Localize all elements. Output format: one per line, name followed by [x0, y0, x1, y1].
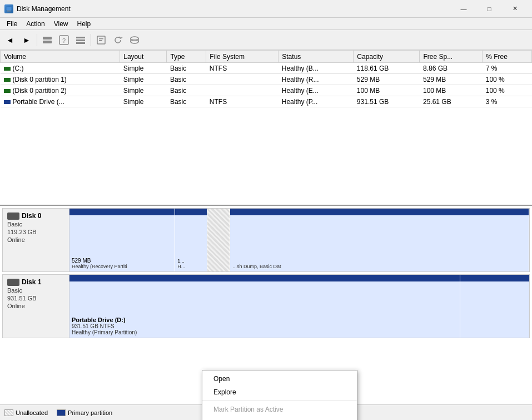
disk-0-unallocated: [207, 209, 230, 271]
col-status[interactable]: Status: [279, 51, 354, 63]
disk-1-name: Disk 1: [7, 278, 64, 286]
menu-help[interactable]: Help: [73, 18, 96, 30]
cell-layout: Simple: [120, 63, 167, 74]
disk-1-partition-2[interactable]: [460, 275, 529, 338]
disk-1-partition-1[interactable]: Portable Drive (D:) 931.51 GB NTFS Healt…: [69, 275, 460, 338]
disk-0-status: Online: [7, 236, 64, 243]
close-button[interactable]: ✕: [502, 0, 528, 18]
cell-volume: (Disk 0 partition 1): [1, 74, 120, 85]
legend-unallocated-label: Unallocated: [16, 409, 48, 416]
menu-file[interactable]: File: [2, 18, 22, 30]
menu-action[interactable]: Action: [22, 18, 49, 30]
context-menu-item[interactable]: Explore: [202, 386, 357, 399]
cell-filesystem: [206, 85, 279, 96]
svg-point-13: [131, 40, 138, 43]
svg-rect-0: [6, 7, 12, 11]
svg-rect-1: [7, 11, 11, 12]
table-row[interactable]: (Disk 0 partition 1) Simple Basic Health…: [1, 74, 532, 85]
context-menu-item[interactable]: Open: [202, 372, 357, 386]
disk-button[interactable]: [127, 32, 142, 48]
context-menu-separator: [202, 401, 357, 401]
window-controls: — □ ✕: [451, 0, 528, 18]
cell-status: Healthy (R...: [279, 74, 354, 85]
disk-0-size: 119.23 GB: [7, 229, 64, 235]
main-content: Volume Layout Type File System Status Ca…: [0, 50, 532, 420]
disk-1-partitions: Portable Drive (D:) 931.51 GB NTFS Healt…: [69, 275, 529, 338]
cell-filesystem: NTFS: [206, 96, 279, 107]
cell-status: Healthy (B...: [279, 63, 354, 74]
cell-pct: 100 %: [483, 74, 532, 85]
menu-bar: File Action View Help: [0, 18, 532, 30]
legend-primary-label: Primary partition: [68, 409, 112, 416]
legend-primary-swatch: [57, 409, 66, 416]
title-bar: Disk Management — □ ✕: [0, 0, 532, 18]
table-row[interactable]: (Disk 0 partition 2) Simple Basic Health…: [1, 85, 532, 96]
disk-0-partition-2[interactable]: 1... H...: [175, 209, 207, 271]
disk-0-partitions: 529 MB Healthy (Recovery Partiti 1... H.…: [69, 209, 529, 271]
cell-volume: Portable Drive (...: [1, 96, 120, 107]
forward-button[interactable]: ►: [19, 32, 34, 48]
col-layout[interactable]: Layout: [120, 51, 167, 63]
disk-view-button[interactable]: [39, 32, 55, 48]
cell-capacity: 100 MB: [354, 85, 420, 96]
disk-1-size: 931.51 GB: [7, 295, 64, 302]
disk-0-partition-1[interactable]: 529 MB Healthy (Recovery Partiti: [69, 209, 175, 271]
toolbar: ◄ ► ?: [0, 30, 532, 50]
cell-free: 25.61 GB: [420, 96, 483, 107]
cell-capacity: 529 MB: [354, 74, 420, 85]
refresh-button[interactable]: [110, 32, 126, 48]
col-type[interactable]: Type: [167, 51, 206, 63]
col-pct[interactable]: % Free: [483, 51, 532, 63]
context-menu-item[interactable]: Change Drive Letter and Paths…: [202, 416, 357, 420]
cell-layout: Simple: [120, 96, 167, 107]
minimize-button[interactable]: —: [451, 0, 476, 18]
cell-filesystem: NTFS: [206, 63, 279, 74]
maximize-button[interactable]: □: [476, 0, 502, 18]
cell-volume: (C:): [1, 63, 120, 74]
disk-area: Disk 0 Basic 119.23 GB Online 529 MB Hea…: [0, 206, 532, 420]
col-volume[interactable]: Volume: [1, 51, 120, 63]
legend-unallocated-swatch: [4, 409, 13, 416]
cell-layout: Simple: [120, 74, 167, 85]
cell-layout: Simple: [120, 85, 167, 96]
cell-type: Basic: [167, 85, 206, 96]
disk-1-row: Disk 1 Basic 931.51 GB Online Portable D…: [2, 274, 530, 338]
disk-1-status: Online: [7, 303, 64, 309]
toolbar-separator-2: [91, 34, 91, 46]
legend-unallocated: Unallocated: [4, 409, 48, 416]
cell-status: Healthy (P...: [279, 96, 354, 107]
col-free[interactable]: Free Sp...: [420, 51, 483, 63]
cell-pct: 3 %: [483, 96, 532, 107]
disk-0-row: Disk 0 Basic 119.23 GB Online 529 MB Hea…: [2, 208, 530, 272]
cell-type: Basic: [167, 96, 206, 107]
cell-filesystem: [206, 74, 279, 85]
svg-rect-10: [99, 38, 103, 39]
disk-0-name: Disk 0: [7, 212, 64, 220]
col-capacity[interactable]: Capacity: [354, 51, 420, 63]
disk-0-partition-3[interactable]: ...sh Dump, Basic Dat: [230, 209, 529, 271]
table-row[interactable]: (C:) Simple Basic NTFS Healthy (B... 118…: [1, 63, 532, 74]
table-area: Volume Layout Type File System Status Ca…: [0, 50, 532, 206]
svg-point-12: [131, 37, 138, 40]
cell-pct: 100 %: [483, 85, 532, 96]
context-menu: OpenExploreMark Partition as ActiveChang…: [202, 370, 357, 420]
col-filesystem[interactable]: File System: [206, 51, 279, 63]
cell-type: Basic: [167, 63, 206, 74]
table-row[interactable]: Portable Drive (... Simple Basic NTFS He…: [1, 96, 532, 107]
properties-button[interactable]: [93, 32, 109, 48]
disk-1-label: Disk 1 Basic 931.51 GB Online: [3, 275, 69, 338]
cell-status: Healthy (E...: [279, 85, 354, 96]
cell-pct: 7 %: [483, 63, 532, 74]
menu-view[interactable]: View: [49, 18, 73, 30]
back-button[interactable]: ◄: [2, 32, 18, 48]
svg-rect-6: [76, 37, 85, 38]
disk-0-label: Disk 0 Basic 119.23 GB Online: [3, 209, 69, 271]
list-view-button[interactable]: [73, 32, 88, 48]
legend-primary: Primary partition: [57, 409, 112, 416]
svg-text:?: ?: [62, 37, 66, 44]
help-button[interactable]: ?: [56, 32, 72, 48]
svg-rect-11: [99, 40, 102, 41]
cell-volume: (Disk 0 partition 2): [1, 85, 120, 96]
cell-capacity: 118.61 GB: [354, 63, 420, 74]
cell-free: 8.86 GB: [420, 63, 483, 74]
